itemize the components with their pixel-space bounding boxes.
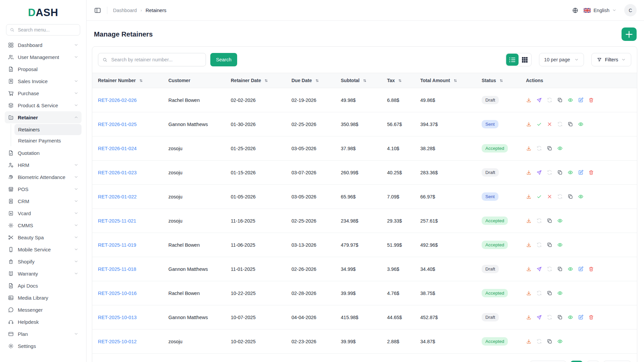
sort-icon[interactable] — [264, 78, 269, 83]
retainer-number-link[interactable]: RET-2025-11-021 — [98, 218, 136, 224]
approve-action-icon[interactable] — [536, 121, 542, 127]
view-action-icon[interactable] — [578, 121, 584, 127]
sidebar-item-api-docs[interactable]: Api Docs — [5, 280, 82, 292]
retainer-number-link[interactable]: RET-2025-10-013 — [98, 315, 137, 320]
sort-icon[interactable] — [499, 78, 504, 83]
column-header-status[interactable]: Status — [476, 73, 520, 88]
sidebar-item-dashboard[interactable]: Dashboard — [5, 39, 82, 51]
globe-icon[interactable] — [572, 7, 579, 14]
retainer-number-link[interactable]: RET-2026-01-024 — [98, 146, 137, 151]
reject-action-icon[interactable] — [547, 194, 552, 199]
column-header-subtotal[interactable]: Subtotal — [335, 73, 381, 88]
download-action-icon[interactable] — [526, 97, 532, 103]
sidebar-item-purchase[interactable]: Purchase — [5, 87, 82, 99]
column-header-due-date[interactable]: Due Date — [286, 73, 335, 88]
send-action-icon[interactable] — [536, 170, 542, 175]
refresh-action-icon[interactable] — [547, 266, 552, 272]
view-action-icon[interactable] — [557, 145, 563, 151]
sidebar-item-warranty[interactable]: Warranty — [5, 267, 82, 280]
sidebar-item-pos[interactable]: POS — [5, 183, 82, 195]
avatar[interactable]: C — [624, 4, 637, 16]
column-header-total-amount[interactable]: Total Amount — [415, 73, 476, 88]
download-action-icon[interactable] — [526, 194, 532, 199]
next-page-button[interactable]: Next — [603, 361, 631, 362]
refresh-action-icon[interactable] — [536, 339, 542, 344]
copy-action-icon[interactable] — [557, 314, 563, 320]
sidebar-item-plan[interactable]: Plan — [5, 328, 82, 340]
sidebar-item-beauty-spa[interactable]: Beauty Spa — [5, 231, 82, 243]
download-action-icon[interactable] — [526, 170, 532, 175]
sidebar-item-helpdesk[interactable]: Helpdesk — [5, 316, 82, 328]
copy-action-icon[interactable] — [547, 290, 552, 296]
column-header-retainer-number[interactable]: Retainer Number — [92, 73, 163, 88]
send-action-icon[interactable] — [536, 314, 542, 320]
retainer-number-link[interactable]: RET-2026-01-022 — [98, 194, 137, 199]
send-action-icon[interactable] — [536, 266, 542, 272]
refresh-action-icon[interactable] — [536, 218, 542, 224]
sidebar-item-shopify[interactable]: Shopify — [5, 255, 82, 267]
column-header-retainer-date[interactable]: Retainer Date — [225, 73, 286, 88]
sort-icon[interactable] — [397, 78, 402, 83]
page-1-button[interactable]: 1 — [570, 361, 583, 362]
sidebar-toggle-icon[interactable] — [94, 7, 101, 14]
sidebar-item-messenger[interactable]: Messenger — [5, 304, 82, 316]
view-action-icon[interactable] — [568, 170, 573, 175]
retainer-number-link[interactable]: RET-2026-01-023 — [98, 170, 137, 175]
send-action-icon[interactable] — [536, 97, 542, 103]
sort-icon[interactable] — [315, 78, 320, 83]
sidebar-item-vcard[interactable]: Vcard — [5, 207, 82, 219]
edit-action-icon[interactable] — [578, 170, 584, 175]
download-action-icon[interactable] — [526, 290, 532, 296]
retainer-number-link[interactable]: RET-2025-10-012 — [98, 339, 137, 344]
approve-action-icon[interactable] — [536, 194, 542, 199]
refresh-action-icon[interactable] — [536, 290, 542, 296]
sidebar-item-media-library[interactable]: Media Library — [5, 292, 82, 304]
view-action-icon[interactable] — [568, 97, 573, 103]
sidebar-item-settings[interactable]: Settings — [5, 340, 82, 352]
retainer-number-link[interactable]: RET-2026-02-026 — [98, 98, 137, 103]
sidebar-item-retainer[interactable]: Retainer — [5, 111, 82, 123]
download-action-icon[interactable] — [526, 121, 532, 127]
sort-icon[interactable] — [453, 78, 458, 83]
sort-icon[interactable] — [139, 78, 144, 83]
copy-action-icon[interactable] — [557, 266, 563, 272]
breadcrumb-dashboard[interactable]: Dashboard — [113, 8, 137, 13]
previous-page-button[interactable]: Previous — [530, 361, 567, 362]
sidebar-item-hrm[interactable]: HRM — [5, 159, 82, 171]
copy-action-icon[interactable] — [557, 170, 563, 175]
sidebar-subitem-retainers[interactable]: Retainers — [14, 124, 82, 135]
retainer-number-link[interactable]: RET-2025-10-016 — [98, 291, 137, 296]
edit-action-icon[interactable] — [578, 97, 584, 103]
view-action-icon[interactable] — [557, 290, 563, 296]
language-switcher[interactable]: English — [584, 8, 616, 13]
copy-action-icon[interactable] — [568, 194, 573, 199]
refresh-action-icon[interactable] — [536, 242, 542, 248]
edit-action-icon[interactable] — [578, 314, 584, 320]
sidebar-search-input[interactable] — [17, 27, 76, 33]
refresh-action-icon[interactable] — [547, 314, 552, 320]
list-view-button[interactable] — [506, 54, 519, 66]
download-action-icon[interactable] — [526, 314, 532, 320]
reject-action-icon[interactable] — [547, 121, 552, 127]
download-action-icon[interactable] — [526, 242, 532, 248]
refresh-action-icon[interactable] — [547, 170, 552, 175]
download-action-icon[interactable] — [526, 266, 532, 272]
view-action-icon[interactable] — [578, 194, 584, 199]
download-action-icon[interactable] — [526, 218, 532, 224]
refresh-action-icon[interactable] — [557, 194, 563, 199]
sidebar-item-crm[interactable]: CRM — [5, 195, 82, 207]
view-action-icon[interactable] — [557, 218, 563, 224]
view-action-icon[interactable] — [557, 242, 563, 248]
edit-action-icon[interactable] — [578, 266, 584, 272]
retainer-number-link[interactable]: RET-2025-11-019 — [98, 242, 136, 248]
view-action-icon[interactable] — [568, 266, 573, 272]
retainer-number-link[interactable]: RET-2026-01-025 — [98, 122, 137, 127]
delete-action-icon[interactable] — [588, 314, 594, 320]
view-action-icon[interactable] — [557, 339, 563, 344]
table-search-input[interactable] — [111, 57, 202, 63]
per-page-select[interactable]: 10 per page — [539, 53, 584, 66]
download-action-icon[interactable] — [526, 145, 532, 151]
view-action-icon[interactable] — [568, 314, 573, 320]
delete-action-icon[interactable] — [588, 170, 594, 175]
copy-action-icon[interactable] — [547, 242, 552, 248]
